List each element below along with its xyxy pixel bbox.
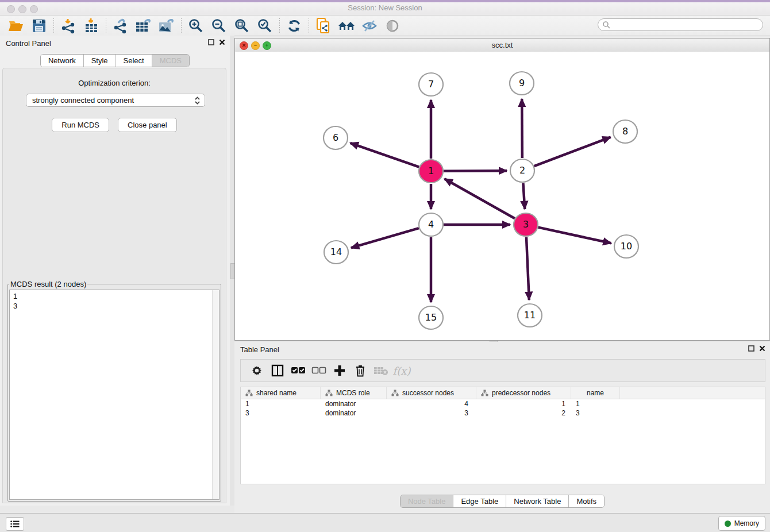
table-cell[interactable]: 1 — [571, 399, 620, 408]
tab-select[interactable]: Select — [116, 55, 152, 67]
zoom-in-icon[interactable] — [186, 17, 206, 34]
refresh-layout-icon[interactable] — [284, 17, 304, 34]
graph-edge[interactable] — [526, 237, 529, 300]
home-icon[interactable] — [337, 17, 356, 34]
graph-edge[interactable] — [350, 143, 419, 167]
column-header[interactable]: successor nodes — [387, 387, 476, 399]
show-details-icon[interactable] — [383, 17, 402, 34]
export-network-icon[interactable] — [111, 17, 130, 34]
column-header[interactable]: name — [571, 387, 620, 399]
control-panel-title: Control Panel — [6, 39, 51, 48]
tab-network[interactable]: Network — [41, 55, 83, 67]
close-table-panel-icon[interactable] — [759, 345, 765, 352]
task-history-button[interactable] — [6, 517, 24, 531]
control-panel-tabs: Network Style Select MCDS — [40, 54, 190, 67]
import-network-icon[interactable] — [59, 17, 78, 34]
run-mcds-button[interactable]: Run MCDS — [52, 118, 109, 132]
node-table: shared nameMCDS rolesuccessor nodesprede… — [240, 387, 765, 484]
table-cell[interactable]: dominator — [321, 399, 387, 408]
tab-mcds[interactable]: MCDS — [152, 55, 189, 67]
vertical-splitter[interactable] — [230, 36, 234, 506]
export-table-icon[interactable] — [134, 17, 153, 34]
deselect-all-icon[interactable] — [309, 361, 329, 380]
chevron-up-down-icon — [194, 96, 201, 105]
mcds-result-text: 1 3 — [13, 291, 17, 311]
table-cell[interactable]: 2 — [476, 408, 571, 418]
table-cell[interactable]: dominator — [321, 408, 387, 418]
float-table-panel-icon[interactable] — [748, 345, 754, 352]
export-image-icon[interactable] — [157, 17, 176, 34]
table-cell[interactable]: 3 — [241, 408, 321, 418]
column-header-label: MCDS role — [336, 389, 370, 397]
criterion-value: strongly connected component — [32, 96, 134, 105]
toolbar-separator — [181, 18, 182, 34]
table-cell[interactable]: 3 — [571, 408, 620, 418]
table-row[interactable]: 1dominator411 — [241, 399, 765, 408]
float-panel-icon[interactable] — [208, 39, 214, 45]
hide-details-icon[interactable] — [360, 17, 379, 34]
list-icon — [10, 521, 20, 527]
status-bar: Memory — [0, 513, 770, 532]
node-table-header: shared nameMCDS rolesuccessor nodesprede… — [241, 387, 765, 399]
tab-node-table[interactable]: Node Table — [401, 495, 453, 507]
result-scrollbar[interactable] — [212, 290, 219, 499]
tab-network-table[interactable]: Network Table — [506, 495, 568, 507]
network-graph[interactable]: 7968124314101511 — [235, 52, 769, 340]
close-panel-button[interactable]: Close panel — [118, 118, 177, 132]
zoom-fit-icon[interactable] — [232, 17, 252, 34]
tab-edge-table[interactable]: Edge Table — [453, 495, 506, 507]
graph-edge[interactable] — [523, 183, 525, 209]
graph-edge[interactable] — [522, 99, 522, 158]
tab-motifs[interactable]: Motifs — [568, 495, 604, 507]
network-canvas[interactable]: 7968124314101511 — [235, 52, 769, 340]
column-header[interactable]: shared name — [241, 387, 321, 399]
table-panel-tabs: Node Table Edge Table Network Table Moti… — [400, 495, 605, 508]
delete-table-icon[interactable] — [371, 361, 391, 380]
table-cell[interactable]: 4 — [387, 399, 476, 408]
import-table-icon[interactable] — [82, 17, 101, 34]
table-row[interactable]: 3dominator323 — [241, 408, 765, 418]
zoom-out-icon[interactable] — [209, 17, 229, 34]
save-icon[interactable] — [29, 17, 49, 34]
table-cell[interactable]: 3 — [387, 408, 476, 418]
control-panel: Control Panel Network Style Select MCDS … — [0, 36, 230, 506]
gear-icon[interactable] — [247, 361, 267, 380]
control-panel-header: Control Panel — [0, 36, 230, 51]
clone-network-icon[interactable] — [314, 17, 333, 34]
graph-node-label: 15 — [425, 312, 437, 323]
function-builder-icon[interactable]: f(x) — [391, 361, 412, 380]
column-header-label: shared name — [256, 389, 297, 397]
delete-icon[interactable] — [350, 361, 371, 380]
graph-edge[interactable] — [351, 228, 419, 248]
column-header[interactable]: predecessor nodes — [476, 387, 571, 399]
node-table-body: 1dominator4113dominator323 — [241, 399, 765, 418]
columns-icon[interactable] — [267, 361, 288, 380]
close-panel-icon[interactable] — [219, 39, 225, 45]
column-header[interactable]: MCDS role — [321, 387, 387, 399]
open-icon[interactable] — [6, 17, 26, 34]
zoom-selected-icon[interactable] — [255, 17, 275, 34]
graph-edge[interactable] — [534, 137, 611, 167]
tab-style[interactable]: Style — [83, 55, 116, 67]
toolbar-separator — [309, 18, 309, 34]
graph-node-label: 10 — [621, 241, 632, 252]
graph-node-label: 9 — [519, 78, 525, 88]
search-icon — [602, 21, 610, 29]
memory-button[interactable]: Memory — [718, 516, 765, 531]
mcds-result-area: 1 3 — [9, 290, 220, 500]
search-input[interactable] — [598, 18, 763, 31]
table-cell[interactable]: 1 — [476, 399, 571, 408]
network-view-window: ✕ − + scc.txt 7968124314101511 — [234, 38, 770, 341]
graph-node-label: 7 — [428, 79, 434, 90]
add-icon[interactable] — [329, 361, 350, 380]
graph-edge[interactable] — [444, 171, 507, 171]
select-all-icon[interactable] — [288, 361, 309, 380]
table-cell[interactable]: 1 — [241, 399, 321, 408]
criterion-select[interactable]: strongly connected component — [26, 94, 205, 107]
attribute-type-icon — [481, 390, 488, 396]
graph-edge[interactable] — [538, 228, 611, 244]
mcds-result-title: MCDS result (2 nodes) — [9, 280, 87, 288]
titlebar-accent-strip — [0, 0, 770, 2]
table-panel-title: Table Panel — [240, 345, 279, 354]
graph-edge[interactable] — [445, 179, 515, 218]
